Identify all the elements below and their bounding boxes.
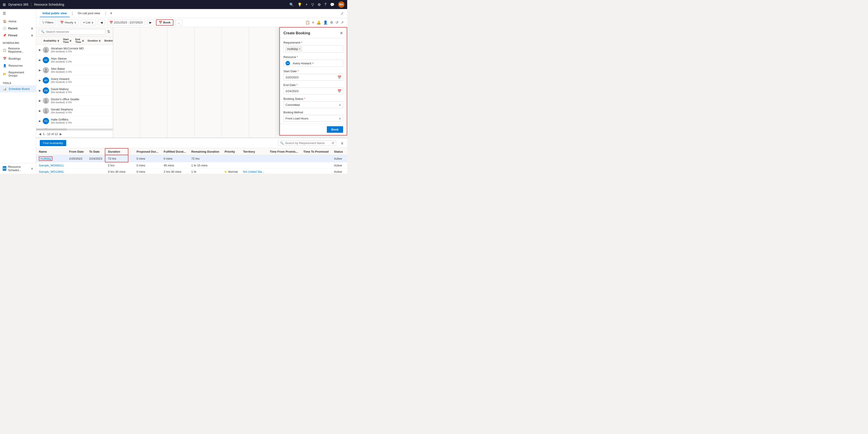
toolbar-expand-icon[interactable]: ↗: [341, 20, 344, 25]
resource-row[interactable]: ▶ Alex Baker (0m booked) ⊙ 0%: [36, 65, 113, 75]
requirement-link-3[interactable]: Sample_WO13941: [39, 170, 64, 173]
lightbulb-icon[interactable]: 💡: [298, 2, 302, 7]
horizontal-scrollbar[interactable]: [36, 129, 113, 130]
expand-icon[interactable]: ▶: [39, 48, 41, 52]
th-status[interactable]: Status: [331, 148, 346, 155]
sidebar-item-home[interactable]: 🏠 Home: [0, 18, 36, 25]
tab-on-call-pool-view[interactable]: On-call pool view: [75, 10, 103, 17]
add-tab-icon[interactable]: +: [108, 11, 114, 16]
requirement-link-2[interactable]: Sample_WO00011: [39, 164, 64, 167]
sidebar-item-schedule-board[interactable]: 📊 Schedule Board: [0, 86, 36, 92]
th-fulfilled-dur[interactable]: Fulfilled Durat...: [161, 148, 188, 155]
sort-icon[interactable]: ⇅: [107, 30, 110, 34]
th-name[interactable]: Name: [36, 148, 66, 155]
end-date-calendar-icon[interactable]: 📅: [338, 89, 341, 93]
resource-row[interactable]: ▶ Doctor's office Seattle (0m booked) ⊙ …: [36, 96, 113, 106]
help-icon[interactable]: ?: [324, 2, 327, 6]
bottom-search-box[interactable]: 🔍 ↺: [278, 140, 336, 146]
table-row[interactable]: Sample_WO00011 2 hrs 0 mins 45 mins 1 hr…: [36, 162, 347, 169]
th-proposed-dur[interactable]: Proposed Dur...: [134, 148, 161, 155]
requirement-input[interactable]: multiday ×: [283, 45, 343, 53]
sidebar-item-recent[interactable]: 🕐 Recent ∨: [0, 25, 36, 32]
bottom-panel-collapse[interactable]: ∨: [341, 141, 344, 146]
toolbar-user-icon[interactable]: 👤: [323, 20, 328, 25]
user-avatar[interactable]: MA: [338, 1, 344, 8]
sidebar-item-resource-requirements[interactable]: 📋 Resource Requireme...: [0, 45, 36, 55]
filters-button[interactable]: ▽ Filters: [40, 20, 56, 25]
col-header-start-time[interactable]: Start Time ∨: [61, 38, 73, 43]
search-refresh-icon[interactable]: ↺: [332, 141, 334, 145]
requirement-search-input[interactable]: [285, 141, 330, 145]
territory-link-3[interactable]: NA-United Sta...: [243, 170, 264, 173]
book-button[interactable]: 📅 Book: [156, 20, 174, 26]
book-submit-button[interactable]: Book: [327, 126, 343, 133]
toolbar-refresh-icon[interactable]: ↺: [336, 20, 338, 25]
end-date-input[interactable]: 2/24/2023: [283, 88, 343, 94]
sidebar-hamburger[interactable]: ☰: [0, 9, 36, 18]
th-to-date[interactable]: To Date: [86, 148, 105, 155]
th-from-date[interactable]: From Date: [66, 148, 86, 155]
fullscreen-icon[interactable]: ⤢: [341, 11, 344, 15]
expand-icon[interactable]: ▶: [39, 109, 41, 112]
table-row[interactable]: Sample_WO13941 3 hrs 30 mins 0 mins 2 hr…: [36, 169, 347, 174]
th-created-on[interactable]: Created On: [346, 148, 347, 155]
footer-chevron[interactable]: ∧: [31, 167, 33, 170]
expand-icon[interactable]: ▶: [39, 69, 41, 72]
resource-row[interactable]: ▶ AS Alan Steiner (0m booked) ⊙ 0%: [36, 55, 113, 65]
next-page-button[interactable]: ▶: [60, 132, 62, 136]
col-header-booking[interactable]: Booking ∨: [103, 38, 113, 43]
col-header-availability[interactable]: Availability ∨: [41, 38, 61, 43]
hourly-button[interactable]: 📅 Hourly ∨: [58, 20, 79, 25]
expand-icon[interactable]: ▶: [39, 59, 41, 62]
th-duration[interactable]: Duration: [105, 148, 128, 155]
start-date-calendar-icon[interactable]: 📅: [338, 75, 341, 79]
th-time-to[interactable]: Time To Promised: [301, 148, 331, 155]
start-date-input[interactable]: 2/20/2023: [283, 74, 343, 80]
search-resources-input[interactable]: [46, 30, 103, 33]
toolbar-list-icon[interactable]: ≡: [312, 21, 314, 25]
table-row[interactable]: multiday 2/20/2023 2/24/2023 72 hrs 0 mi…: [36, 155, 347, 162]
th-priority[interactable]: Priority: [222, 148, 241, 155]
booking-status-select[interactable]: Committed ∨: [283, 101, 343, 108]
panel-close-button[interactable]: ✕: [340, 31, 343, 36]
resource-row[interactable]: ▶ HG Halle Griffiths (0m booked) ⊙ 0%: [36, 116, 113, 126]
th-territory[interactable]: Territory: [240, 148, 267, 155]
th-time-from[interactable]: Time From Promis...: [267, 148, 301, 155]
date-range-button[interactable]: 📅 2/21/2023 - 2/27/2023: [107, 20, 145, 25]
col-header-duration[interactable]: Duration ∨: [86, 38, 103, 43]
sidebar-item-requirement-groups[interactable]: 📂 Requirement Groups: [0, 69, 36, 79]
resource-search-box[interactable]: 🔍: [39, 29, 105, 35]
col-header-end-time[interactable]: End Time ∨: [73, 38, 86, 43]
sidebar-item-resources[interactable]: 👤 Resources: [0, 62, 36, 69]
toolbar-notification-icon[interactable]: 🔔: [316, 20, 321, 25]
prev-date-button[interactable]: ◀: [98, 20, 105, 25]
expand-icon[interactable]: ▶: [39, 120, 41, 123]
tab-options-icon[interactable]: ⋮: [70, 11, 74, 15]
th-remaining-dur[interactable]: Remaining Duration: [188, 148, 222, 155]
tab-initial-public-view[interactable]: Initial public view: [40, 10, 70, 17]
toolbar-settings-icon[interactable]: ⚙: [330, 20, 333, 25]
sidebar-item-pinned[interactable]: 📌 Pinned ∨: [0, 32, 36, 39]
resource-input[interactable]: AH Avery Howard ×: [283, 60, 343, 67]
expand-icon[interactable]: ▶: [39, 79, 41, 82]
tab-on-call-options-icon[interactable]: ⋮: [104, 11, 107, 15]
requirement-link-1[interactable]: multiday: [39, 157, 53, 161]
chat-icon[interactable]: 💬: [330, 2, 335, 7]
expand-icon[interactable]: ▶: [39, 89, 41, 92]
add-nav-icon[interactable]: +: [306, 2, 308, 6]
requirement-tag-close[interactable]: ×: [299, 47, 301, 51]
sidebar-item-bookings[interactable]: 📅 Bookings: [0, 55, 36, 62]
resource-tag-close[interactable]: ×: [312, 62, 313, 65]
find-availability-button[interactable]: Find Availability: [40, 140, 66, 146]
expand-icon[interactable]: ▶: [39, 99, 41, 102]
resource-row[interactable]: ▶ Gerald Stephens (0m booked) ⊙ 0%: [36, 106, 113, 116]
resource-row[interactable]: ▶ DM David Mallory (0m booked) ⊙ 0%: [36, 86, 113, 96]
prev-page-button[interactable]: ◀: [39, 132, 41, 136]
settings-nav-icon[interactable]: ⚙: [318, 2, 321, 7]
resource-row[interactable]: ▶ Jeremy Johnson (0m booked) ⊙ 0%: [36, 126, 113, 129]
toolbar-view-icon[interactable]: 📋: [305, 20, 310, 25]
booking-method-select[interactable]: Front Load Hours ∨: [283, 115, 343, 122]
resource-row[interactable]: ▶ Abraham McCormick MD (0m booked) ⊙ 0%: [36, 45, 113, 55]
search-nav-icon[interactable]: 🔍: [289, 2, 294, 7]
resource-row[interactable]: ▶ AH Avery Howard (0m booked) ⊙ 0%: [36, 75, 113, 86]
